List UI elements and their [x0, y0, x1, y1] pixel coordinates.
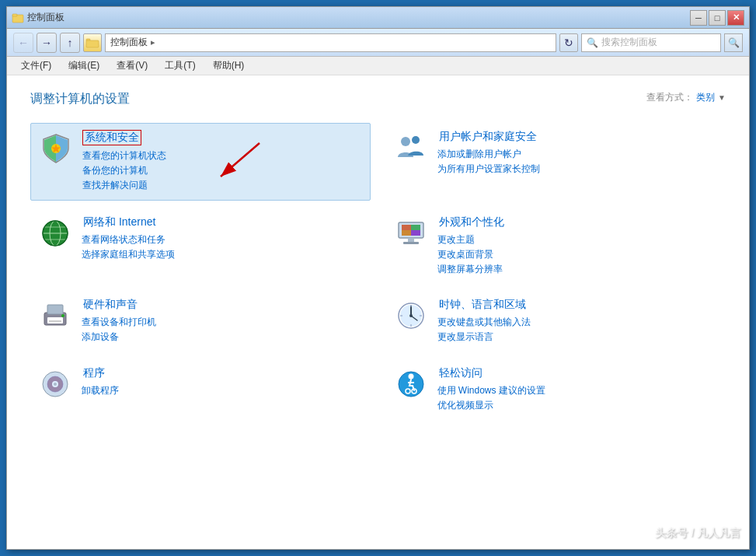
svg-rect-23	[403, 242, 419, 244]
titlebar: 控制面板 ─ □ ✕	[7, 7, 749, 29]
menu-help[interactable]: 帮助(H)	[205, 58, 253, 74]
clock-icon	[392, 297, 430, 334]
titlebar-address: 控制面板	[27, 11, 64, 24]
refresh-button[interactable]: ↻	[559, 33, 578, 52]
search-bar[interactable]: 🔍 搜索控制面板	[581, 33, 721, 52]
svg-point-43	[408, 373, 413, 379]
clock-link-0[interactable]: 更改键盘或其他输入法	[437, 315, 720, 330]
back-button[interactable]: ←	[13, 33, 33, 53]
ease-access-title[interactable]: 轻松访问	[437, 366, 484, 380]
search-placeholder: 搜索控制面板	[601, 36, 657, 49]
paint-icon	[392, 215, 430, 252]
category-system-security-text: 系统和安全 查看您的计算机状态 备份您的计算机 查找并解决问题	[82, 130, 364, 194]
svg-rect-1	[12, 14, 17, 16]
address-separator: ▸	[151, 37, 155, 47]
category-system-security: 系统和安全 查看您的计算机状态 备份您的计算机 查找并解决问题	[30, 123, 371, 201]
category-network-text: 网络和 Internet 查看网络状态和任务 选择家庭组和共享选项	[82, 215, 364, 262]
network-title[interactable]: 网络和 Internet	[82, 215, 157, 229]
maximize-button[interactable]: □	[709, 10, 726, 26]
programs-link-0[interactable]: 卸载程序	[82, 383, 364, 398]
titlebar-buttons: ─ □ ✕	[690, 10, 744, 26]
view-mode-label: 查看方式：	[646, 91, 693, 104]
view-mode-value[interactable]: 类别	[696, 91, 715, 104]
appearance-title[interactable]: 外观和个性化	[437, 215, 506, 229]
svg-point-9	[412, 136, 420, 144]
search-icon: 🔍	[587, 37, 598, 48]
clock-title[interactable]: 时钟、语言和区域	[437, 298, 528, 312]
main-window: 控制面板 ─ □ ✕ ← → ↑ 控制面板 ▸ ↻ 🔍 搜索控制面板 🔍	[6, 6, 750, 550]
globe-icon	[37, 215, 74, 252]
navbar: ← → ↑ 控制面板 ▸ ↻ 🔍 搜索控制面板 🔍	[7, 29, 749, 57]
hardware-link-0[interactable]: 查看设备和打印机	[82, 315, 364, 330]
address-text: 控制面板	[110, 36, 148, 49]
category-programs: 程序 卸载程序	[30, 359, 371, 419]
category-network: 网络和 Internet 查看网络状态和任务 选择家庭组和共享选项	[30, 208, 371, 284]
system-security-link-2[interactable]: 查找并解决问题	[82, 178, 364, 193]
shield-icon	[37, 130, 75, 167]
svg-rect-19	[411, 225, 420, 230]
svg-point-41	[54, 383, 57, 386]
category-ease-access-text: 轻松访问 使用 Windows 建议的设置 优化视频显示	[437, 365, 720, 413]
category-hardware-text: 硬件和声音 查看设备和打印机 添加设备	[82, 297, 364, 344]
category-user-accounts-text: 用户帐户和家庭安全 添加或删除用户帐户 为所有用户设置家长控制	[437, 129, 720, 177]
ease-access-link-1[interactable]: 优化视频显示	[437, 398, 720, 413]
svg-rect-3	[86, 40, 99, 47]
disc-icon	[37, 365, 74, 403]
users-icon	[392, 129, 430, 166]
system-security-link-0[interactable]: 查看您的计算机状态	[82, 149, 364, 163]
svg-point-28	[61, 314, 64, 317]
forward-button[interactable]: →	[37, 33, 57, 53]
appearance-link-2[interactable]: 调整屏幕分辨率	[437, 262, 720, 277]
category-appearance-text: 外观和个性化 更改主题 更改桌面背景 调整屏幕分辨率	[437, 215, 720, 278]
menu-tools[interactable]: 工具(T)	[157, 58, 203, 74]
watermark: 头条号 / 凡人凡言	[655, 526, 740, 540]
category-hardware: 硬件和声音 查看设备和打印机 添加设备	[30, 291, 371, 351]
programs-title[interactable]: 程序	[82, 366, 106, 380]
appearance-link-0[interactable]: 更改主题	[437, 233, 720, 247]
menu-file[interactable]: 文件(F)	[13, 58, 59, 74]
network-link-0[interactable]: 查看网络状态和任务	[82, 233, 364, 247]
menubar: 文件(F) 编辑(E) 查看(V) 工具(T) 帮助(H)	[7, 57, 749, 75]
main-content: 调整计算机的设置 查看方式： 类别 ▼	[7, 75, 749, 549]
view-mode-selector: 查看方式： 类别 ▼	[646, 91, 726, 104]
printer-icon	[37, 297, 74, 334]
category-appearance: 外观和个性化 更改主题 更改桌面背景 调整屏幕分辨率	[386, 208, 726, 284]
user-accounts-title[interactable]: 用户帐户和家庭安全	[437, 130, 538, 144]
access-icon	[392, 365, 430, 403]
address-bar[interactable]: 控制面板 ▸	[105, 33, 556, 52]
folder-nav-icon	[83, 33, 102, 52]
category-programs-text: 程序 卸载程序	[82, 365, 364, 398]
svg-point-8	[401, 137, 410, 146]
titlebar-left: 控制面板	[12, 11, 64, 24]
categories-grid: 系统和安全 查看您的计算机状态 备份您的计算机 查找并解决问题	[30, 123, 726, 419]
system-security-title[interactable]: 系统和安全	[82, 130, 141, 145]
folder-icon	[12, 12, 24, 24]
svg-point-33	[409, 314, 413, 317]
ease-access-link-0[interactable]: 使用 Windows 建议的设置	[437, 383, 720, 398]
network-link-1[interactable]: 选择家庭组和共享选项	[82, 247, 364, 262]
svg-rect-18	[402, 225, 411, 230]
folder-small-icon	[85, 37, 99, 49]
svg-rect-21	[411, 230, 420, 236]
minimize-button[interactable]: ─	[690, 10, 707, 26]
svg-rect-26	[47, 305, 63, 314]
category-ease-access: 轻松访问 使用 Windows 建议的设置 优化视频显示	[386, 359, 726, 419]
chevron-down-icon[interactable]: ▼	[718, 93, 726, 102]
category-clock: 时钟、语言和区域 更改键盘或其他输入法 更改显示语言	[386, 291, 726, 351]
hardware-title[interactable]: 硬件和声音	[82, 298, 139, 312]
page-title: 调整计算机的设置	[30, 91, 726, 107]
menu-edit[interactable]: 编辑(E)	[61, 58, 107, 74]
appearance-link-1[interactable]: 更改桌面背景	[437, 247, 720, 262]
up-button[interactable]: ↑	[60, 33, 80, 53]
system-security-link-1[interactable]: 备份您的计算机	[82, 163, 364, 178]
category-clock-text: 时钟、语言和区域 更改键盘或其他输入法 更改显示语言	[437, 297, 720, 344]
clock-link-1[interactable]: 更改显示语言	[437, 330, 720, 344]
hardware-link-1[interactable]: 添加设备	[82, 330, 364, 344]
svg-rect-27	[49, 320, 61, 322]
close-button[interactable]: ✕	[727, 10, 744, 26]
search-button[interactable]: 🔍	[724, 33, 743, 52]
svg-rect-20	[402, 230, 411, 236]
user-accounts-link-1[interactable]: 为所有用户设置家长控制	[437, 162, 720, 177]
user-accounts-link-0[interactable]: 添加或删除用户帐户	[437, 147, 720, 162]
menu-view[interactable]: 查看(V)	[109, 58, 155, 74]
